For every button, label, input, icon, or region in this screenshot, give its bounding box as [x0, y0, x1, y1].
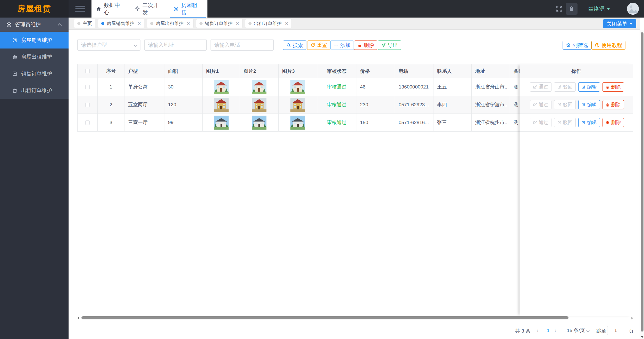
- edit-button[interactable]: 编辑: [578, 118, 600, 127]
- tab-rent-orders[interactable]: 出租订单维护 ✕: [245, 19, 291, 28]
- row-delete-button[interactable]: 删除: [603, 118, 624, 127]
- tutorial-button[interactable]: 使用教程: [591, 41, 625, 50]
- house-type-select[interactable]: 请选择户型: [77, 39, 140, 51]
- horizontal-scrollbar-thumb[interactable]: [81, 316, 568, 319]
- phone-input[interactable]: [211, 39, 274, 51]
- search-button[interactable]: 搜索: [283, 41, 306, 50]
- scroll-down-arrow-icon[interactable]: [641, 336, 643, 338]
- vertical-scrollbar-thumb[interactable]: [641, 32, 643, 332]
- row-checkbox[interactable]: [85, 85, 90, 89]
- scroll-left-arrow-icon[interactable]: [77, 317, 79, 320]
- reject-button[interactable]: 驳回: [554, 100, 576, 109]
- cell-image1[interactable]: [203, 96, 240, 114]
- row-delete-button[interactable]: 删除: [603, 82, 624, 92]
- house-photo: [214, 98, 229, 112]
- tab-house-sale[interactable]: 房屋销售维护 ✕: [98, 19, 144, 28]
- reject-label: 驳回: [563, 101, 573, 108]
- house-type-placeholder: 请选择户型: [81, 42, 107, 49]
- fullscreen-icon[interactable]: [556, 5, 563, 12]
- home-icon: [96, 6, 101, 11]
- col-header-phone: 电话: [395, 64, 433, 78]
- edit-label: 编辑: [587, 119, 597, 126]
- approve-label: 通过: [539, 119, 548, 126]
- add-button[interactable]: 添加: [330, 41, 354, 50]
- approve-button[interactable]: 通过: [530, 100, 551, 109]
- cell-image3[interactable]: [279, 78, 317, 96]
- nav-item-secondary-dev[interactable]: 二次开发: [130, 0, 169, 18]
- reject-button[interactable]: 驳回: [554, 118, 576, 127]
- row-delete-button[interactable]: 删除: [603, 100, 624, 109]
- jump-page-input[interactable]: [607, 326, 624, 335]
- col-header-address: 地址: [472, 64, 510, 78]
- status-badge: 审核通过: [327, 101, 347, 108]
- jump-label: 跳至: [596, 328, 606, 334]
- tab-dot-icon: [77, 22, 80, 25]
- table-action-column: 操作 通过 驳回 编辑 删除 通过 驳回 编辑: [520, 64, 633, 316]
- tab-house-rent[interactable]: 房屋出租维护 ✕: [147, 19, 193, 28]
- sidebar-item-house-rent[interactable]: 房屋出租维护: [0, 49, 69, 65]
- page-size-select[interactable]: 15 条/页: [564, 326, 592, 335]
- cell-phone: 0571-62923...: [395, 96, 433, 114]
- cell-image1[interactable]: [203, 114, 240, 131]
- reject-button[interactable]: 驳回: [554, 82, 576, 92]
- delete-button[interactable]: 删除: [354, 41, 377, 50]
- at-circle-icon: [12, 37, 18, 43]
- sidebar-item-sale-orders[interactable]: 销售订单维护: [0, 65, 69, 82]
- col-header-status: 审核状态: [317, 64, 356, 78]
- approve-button[interactable]: 通过: [530, 118, 551, 127]
- nav-item-label: 数据中心: [104, 2, 126, 16]
- edit-button[interactable]: 编辑: [578, 100, 600, 109]
- tab-home[interactable]: 主页: [74, 19, 95, 28]
- close-icon[interactable]: ✕: [138, 21, 141, 26]
- add-label: 添加: [340, 42, 350, 49]
- cell-image2[interactable]: [240, 114, 279, 131]
- sidebar-group-admin[interactable]: 管理员维护: [0, 18, 69, 32]
- sidebar-item-house-sale[interactable]: 房屋销售维护: [0, 32, 69, 49]
- sidebar-toggle-button[interactable]: [69, 0, 91, 18]
- sidebar-item-label: 房屋出租维护: [21, 53, 52, 60]
- tab-dot-icon: [101, 22, 104, 25]
- nav-item-house-rent-sale[interactable]: 房屋租售: [169, 0, 207, 18]
- table-row: 1 单身公寓 30: [78, 78, 520, 96]
- scroll-right-arrow-icon[interactable]: [631, 317, 633, 320]
- edit-icon: [533, 120, 537, 125]
- user-menu[interactable]: 幽络源: [588, 5, 610, 12]
- cell-image3[interactable]: [279, 114, 317, 131]
- export-button[interactable]: 导出: [378, 41, 401, 50]
- approve-button[interactable]: 通过: [530, 82, 551, 92]
- cell-index: 3: [98, 114, 124, 131]
- select-all-checkbox[interactable]: [85, 69, 90, 73]
- aperture-icon: [6, 22, 12, 28]
- current-page[interactable]: 1: [547, 328, 550, 333]
- nav-item-data-center[interactable]: 数据中心: [91, 0, 130, 18]
- bulb-icon: [135, 6, 140, 11]
- avatar[interactable]: [627, 3, 639, 15]
- row-checkbox[interactable]: [85, 103, 90, 107]
- tab-sale-orders[interactable]: 销售订单维护 ✕: [196, 19, 242, 28]
- sidebar-item-rent-orders[interactable]: 出租订单维护: [0, 82, 69, 99]
- cell-remark: 测: [510, 96, 520, 114]
- cell-image1[interactable]: [203, 78, 240, 96]
- address-input[interactable]: [144, 39, 207, 51]
- cell-price: 230: [356, 96, 395, 114]
- col-header-image1: 图片1: [203, 64, 240, 78]
- next-page-button[interactable]: ›: [555, 327, 556, 334]
- close-icon[interactable]: ✕: [187, 21, 190, 26]
- reset-button[interactable]: 重置: [307, 41, 331, 50]
- close-menu-button[interactable]: 关闭菜单: [603, 19, 636, 28]
- cell-image2[interactable]: [240, 78, 279, 96]
- cell-image2[interactable]: [240, 96, 279, 114]
- cell-image3[interactable]: [279, 96, 317, 114]
- column-filter-button[interactable]: ⚙ 列筛选: [563, 41, 591, 50]
- lock-button[interactable]: [566, 3, 578, 15]
- prev-page-button[interactable]: ‹: [537, 327, 538, 334]
- house-photo: [214, 80, 229, 94]
- table-row-actions: 通过 驳回 编辑 删除: [520, 96, 633, 114]
- cell-area: 120: [164, 96, 203, 114]
- tab-label: 出租订单维护: [254, 20, 282, 27]
- edit-button[interactable]: 编辑: [578, 82, 600, 92]
- close-icon[interactable]: ✕: [285, 21, 288, 26]
- close-icon[interactable]: ✕: [236, 21, 239, 26]
- search-icon: [286, 43, 291, 47]
- row-checkbox[interactable]: [85, 120, 90, 125]
